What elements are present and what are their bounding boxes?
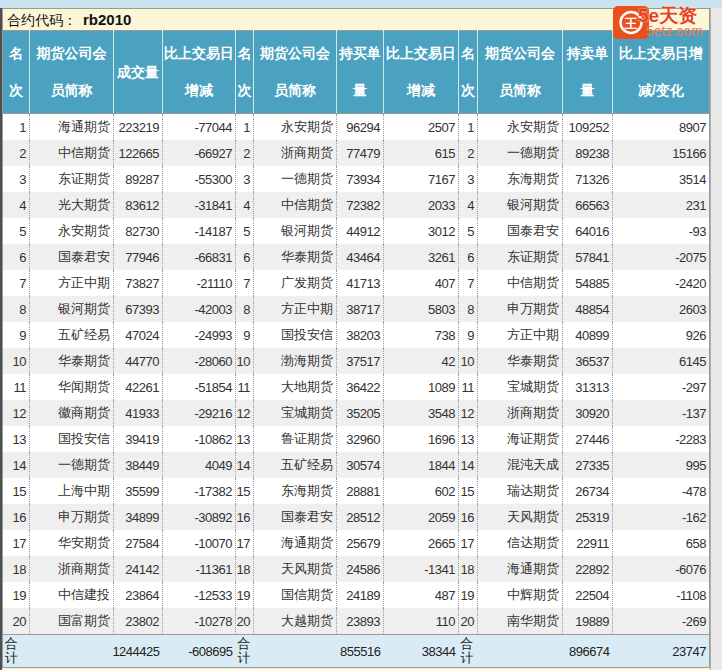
- change-cell: -10862: [163, 426, 236, 452]
- total-row: 合计1244425-608695合计85551638344合计896674237…: [3, 635, 710, 668]
- company-cell: 南华期货: [478, 608, 563, 635]
- change-cell: 658: [613, 530, 710, 556]
- column-header: 期货公司会 员简称: [30, 31, 114, 114]
- company-cell: 东证期货: [478, 244, 563, 270]
- rank-cell: 11: [3, 374, 30, 400]
- company-cell: 国信期货: [254, 582, 337, 608]
- value-cell: 35205: [337, 400, 384, 426]
- value-cell: 44770: [114, 348, 163, 374]
- value-cell: 36422: [337, 374, 384, 400]
- company-cell: 一德期货: [254, 166, 337, 192]
- change-cell: 487: [384, 582, 459, 608]
- total-change: 38344: [384, 635, 459, 668]
- company-cell: 海通期货: [30, 114, 114, 141]
- company-cell: 永安期货: [478, 114, 563, 141]
- rank-cell: 10: [3, 348, 30, 374]
- rank-cell: 5: [236, 218, 254, 244]
- column-header: 期货公司会 员简称: [254, 31, 337, 114]
- value-cell: 89287: [114, 166, 163, 192]
- change-cell: 2507: [384, 114, 459, 141]
- company-cell: 方正中期: [254, 296, 337, 322]
- change-cell: 3548: [384, 400, 459, 426]
- column-header: 比上交易日增 减/变化: [613, 31, 710, 114]
- company-cell: 国投安信: [30, 426, 114, 452]
- change-cell: -12533: [163, 582, 236, 608]
- table-row: 12徽商期货41933-2921612宝城期货35205354812浙商期货30…: [3, 400, 710, 426]
- change-cell: 2603: [613, 296, 710, 322]
- total-value: 855516: [254, 635, 384, 668]
- value-cell: 57841: [563, 244, 613, 270]
- change-cell: -269: [613, 608, 710, 635]
- company-cell: 瑞达期货: [478, 478, 563, 504]
- value-cell: 41713: [337, 270, 384, 296]
- value-cell: 66563: [563, 192, 613, 218]
- table-row: 18浙商期货24142-1136118天风期货24586-134118海通期货2…: [3, 556, 710, 582]
- value-cell: 22892: [563, 556, 613, 582]
- total-label: 合计: [459, 635, 478, 668]
- value-cell: 28881: [337, 478, 384, 504]
- company-cell: 一德期货: [478, 140, 563, 166]
- value-cell: 43464: [337, 244, 384, 270]
- value-cell: 64016: [563, 218, 613, 244]
- company-cell: 海证期货: [478, 426, 563, 452]
- column-header: 成交量: [114, 31, 163, 114]
- value-cell: 22911: [563, 530, 613, 556]
- change-cell: 738: [384, 322, 459, 348]
- value-cell: 73934: [337, 166, 384, 192]
- change-cell: -24993: [163, 322, 236, 348]
- change-cell: -42003: [163, 296, 236, 322]
- company-cell: 信达期货: [478, 530, 563, 556]
- value-cell: 19889: [563, 608, 613, 635]
- rank-cell: 6: [236, 244, 254, 270]
- company-cell: 宝城期货: [478, 374, 563, 400]
- company-cell: 永安期货: [30, 218, 114, 244]
- rank-cell: 13: [3, 426, 30, 452]
- table-row: 16申万期货34899-3089216国泰君安28512205916天风期货25…: [3, 504, 710, 530]
- change-cell: -14187: [163, 218, 236, 244]
- header-row: 名 次期货公司会 员简称成交量比上交易日 增减名 次期货公司会 员简称持买单 量…: [3, 31, 710, 114]
- table-row: 14一德期货38449404914五矿经易30574184414混沌天成2733…: [3, 452, 710, 478]
- rank-cell: 18: [236, 556, 254, 582]
- contract-code-value: rb2010: [83, 11, 131, 28]
- column-header: 名 次: [459, 31, 478, 114]
- rank-cell: 2: [236, 140, 254, 166]
- table-row: 11华闻期货42261-5185411大地期货36422108911宝城期货31…: [3, 374, 710, 400]
- company-cell: 浙商期货: [30, 556, 114, 582]
- table-row: 20国富期货23802-1027820大越期货2389311020南华期货198…: [3, 608, 710, 635]
- change-cell: -28060: [163, 348, 236, 374]
- total-value: 896674: [478, 635, 613, 668]
- vertical-scrollbar[interactable]: [710, 8, 722, 670]
- column-header: 期货公司会 员简称: [478, 31, 563, 114]
- value-cell: 24142: [114, 556, 163, 582]
- table-row: 19中信建投23864-1253319国信期货2418948719中辉期货225…: [3, 582, 710, 608]
- value-cell: 24586: [337, 556, 384, 582]
- rank-cell: 5: [459, 218, 478, 244]
- value-cell: 24189: [337, 582, 384, 608]
- table-row: 9五矿经易47024-249939国投安信382037389方正中期408999…: [3, 322, 710, 348]
- rank-cell: 15: [236, 478, 254, 504]
- total-change: -608695: [163, 635, 236, 668]
- company-cell: 光大期货: [30, 192, 114, 218]
- table-row: 6国泰君安77946-668316华泰期货4346432616东证期货57841…: [3, 244, 710, 270]
- rank-cell: 17: [459, 530, 478, 556]
- company-cell: 银河期货: [30, 296, 114, 322]
- column-header: 名 次: [3, 31, 30, 114]
- value-cell: 38203: [337, 322, 384, 348]
- rank-cell: 19: [459, 582, 478, 608]
- value-cell: 109252: [563, 114, 613, 141]
- rank-cell: 16: [3, 504, 30, 530]
- value-cell: 72382: [337, 192, 384, 218]
- rank-cell: 12: [459, 400, 478, 426]
- company-cell: 华泰期货: [30, 348, 114, 374]
- value-cell: 36537: [563, 348, 613, 374]
- change-cell: -1341: [384, 556, 459, 582]
- site-watermark: 王 5e天资 5etz.com: [613, 5, 719, 41]
- brand-domain-text: 5etz.com: [646, 23, 703, 39]
- company-cell: 东海期货: [478, 166, 563, 192]
- change-cell: -30892: [163, 504, 236, 530]
- change-cell: 615: [384, 140, 459, 166]
- change-cell: 3514: [613, 166, 710, 192]
- change-cell: 42: [384, 348, 459, 374]
- company-cell: 宝城期货: [254, 400, 337, 426]
- page: 合约代码：rb2010 名 次期货公司会 员简称成交量比上交易日 增减名 次期货…: [0, 0, 722, 670]
